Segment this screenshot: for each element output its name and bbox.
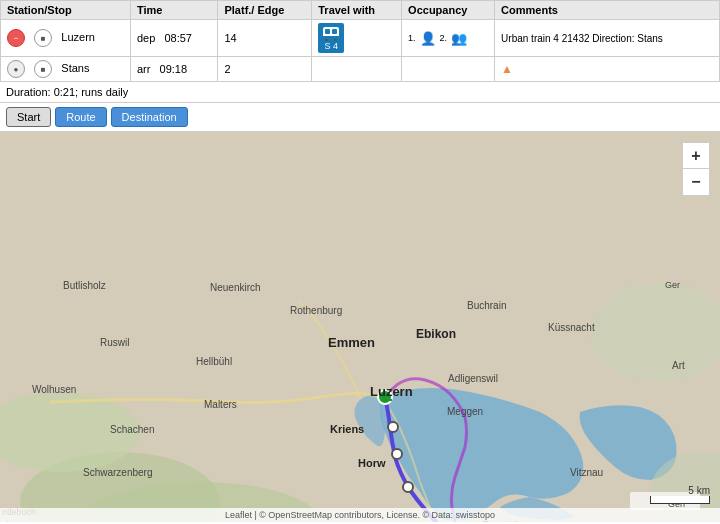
scale-line — [650, 496, 710, 504]
svg-point-13 — [388, 422, 398, 432]
time-value: 09:18 — [160, 63, 188, 75]
person2-icon: 👥 — [451, 31, 467, 46]
warning-icon: ▲ — [501, 62, 513, 76]
col-time: Time — [130, 1, 218, 20]
duration-bar: Duration: 0:21; runs daily — [0, 82, 720, 103]
dep-label: dep — [137, 32, 155, 44]
station-name: Stans — [61, 62, 89, 74]
stop-icon: ■ — [34, 29, 52, 47]
col-station: Station/Stop — [1, 1, 131, 20]
svg-rect-1 — [325, 29, 330, 34]
duration-text: Duration: 0:21; runs daily — [6, 86, 128, 98]
minus-icon: − — [7, 29, 25, 47]
zoom-in-button[interactable]: + — [683, 143, 709, 169]
train-label: S 4 — [322, 41, 340, 51]
start-button[interactable]: Start — [6, 107, 51, 127]
svg-rect-2 — [332, 29, 337, 34]
map-attribution: Leaflet | © OpenStreetMap contributors, … — [0, 508, 720, 522]
comments-value: Urban train 4 21432 Direction: Stans — [495, 20, 720, 57]
platform-value: 2 — [218, 57, 312, 82]
scale-label: 5 km — [688, 485, 710, 496]
occupancy-icons: 1. 👤 2. 👥 — [408, 31, 467, 46]
svg-rect-3 — [323, 36, 339, 39]
zoom-controls: + − — [682, 142, 710, 196]
map-container[interactable]: Luzern Kriens Horw Emmen Ebikon Neuenkir… — [0, 132, 720, 522]
zoom-out-button[interactable]: − — [683, 169, 709, 195]
class2-label: 2. — [440, 33, 448, 43]
svg-point-12 — [378, 390, 392, 404]
platform-value: 14 — [218, 20, 312, 57]
col-occupancy: Occupancy — [402, 1, 495, 20]
col-comments: Comments — [495, 1, 720, 20]
dep-label: arr — [137, 63, 150, 75]
buttons-bar: Start Route Destination — [0, 103, 720, 132]
time-value: 08:57 — [164, 32, 192, 44]
svg-point-15 — [403, 482, 413, 492]
scale-bar: 5 km — [650, 485, 710, 504]
dot-icon: ● — [7, 60, 25, 78]
svg-point-14 — [392, 449, 402, 459]
schedule-table: Station/Stop Time Platf./ Edge Travel wi… — [0, 0, 720, 82]
table-row: ● ■ Stans arr 09:18 2 ▲ — [1, 57, 720, 82]
stop-icon: ■ — [34, 60, 52, 78]
route-button[interactable]: Route — [55, 107, 106, 127]
train-icon: S 4 — [318, 23, 344, 53]
col-platform: Platf./ Edge — [218, 1, 312, 20]
class1-label: 1. — [408, 33, 416, 43]
person1-icon: 👤 — [420, 31, 436, 46]
col-travel: Travel with — [312, 1, 402, 20]
map-svg — [0, 132, 720, 522]
destination-button[interactable]: Destination — [111, 107, 188, 127]
table-row: − ■ Luzern dep 08:57 14 — [1, 20, 720, 57]
station-name: Luzern — [61, 31, 95, 43]
